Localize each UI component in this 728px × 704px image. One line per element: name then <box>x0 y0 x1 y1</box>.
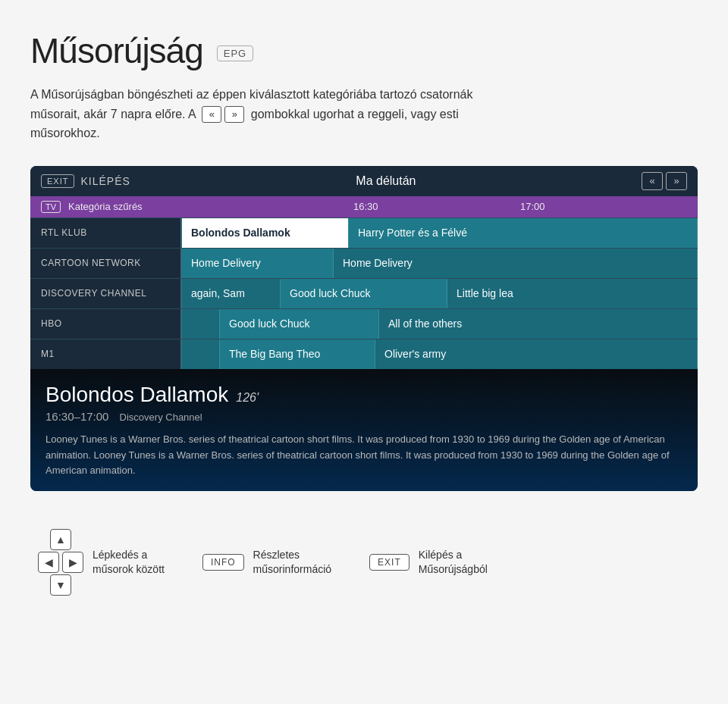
list-item[interactable]: Oliver's army <box>375 339 698 369</box>
epg-programs-m1: The Big Bang Theo Oliver's army <box>182 339 698 369</box>
table-row: HBO Good luck Chuck All of the others <box>30 308 698 339</box>
list-item[interactable]: again, Sam <box>182 279 281 308</box>
exit-button-area[interactable]: EXIT KILÉPÉS <box>41 174 130 188</box>
info-badge[interactable]: INFO <box>202 554 244 571</box>
up-arrow-icon[interactable]: ▲ <box>50 529 71 550</box>
kilépés-label: KILÉPÉS <box>80 175 130 187</box>
nav-item-info: INFO Részletes műsorinformáció <box>202 548 331 577</box>
nav-text-navigate: Lépkedés a műsorok között <box>93 548 165 577</box>
time-header-1630: 16:30 <box>353 201 520 212</box>
epg-detail: Bolondos Dallamok 126' 16:30–17:00 Disco… <box>30 369 698 491</box>
epg-programs-cartoon: Home Delivery Home Delivery <box>182 249 698 278</box>
epg-next-button[interactable]: » <box>666 172 687 190</box>
epg-nav-buttons: « » <box>642 172 687 190</box>
arrow-down-row: ▼ <box>50 574 71 596</box>
arrow-left-right-row: ◀ ▶ <box>38 552 83 573</box>
list-item[interactable]: Bolondos Dallamok <box>182 218 349 248</box>
table-row: CARTOON NETWORK Home Delivery Home Deliv… <box>30 248 698 278</box>
epg-prev-button[interactable]: « <box>642 172 663 190</box>
arrow-up-row: ▲ <box>50 529 71 550</box>
list-item[interactable]: Home Delivery <box>334 249 698 278</box>
epg-date: Ma délután <box>356 174 416 188</box>
filter-label: Kategória szűrés <box>68 201 143 212</box>
epg-programs-discovery: again, Sam Good luck Chuck Little big le… <box>182 279 698 308</box>
detail-duration: 126' <box>236 391 259 405</box>
table-row: RTL KLUB Bolondos Dallamok Harry Potter … <box>30 217 698 248</box>
list-item[interactable]: Harry Potter és a Félvé <box>349 218 698 248</box>
channel-name-m1: M1 <box>30 339 182 369</box>
epg-programs-rtl: Bolondos Dallamok Harry Potter és a Félv… <box>182 218 698 248</box>
epg-grid: RTL KLUB Bolondos Dallamok Harry Potter … <box>30 217 698 369</box>
exit-badge[interactable]: EXIT <box>369 554 410 571</box>
left-arrow-icon[interactable]: ◀ <box>38 552 59 573</box>
right-arrow-icon[interactable]: ▶ <box>62 552 83 573</box>
detail-description: Looney Tunes is a Warner Bros. series of… <box>46 432 682 479</box>
channel-name-hbo: HBO <box>30 309 182 339</box>
epg-programs-hbo: Good luck Chuck All of the others <box>182 309 698 339</box>
epg-filter-row: TV Kategória szűrés 16:30 17:00 <box>30 196 698 217</box>
time-headers: 16:30 17:00 <box>353 201 687 212</box>
nav-text-exit: Kilépés a Műsorújságból <box>419 548 488 577</box>
epg-topbar: EXIT KILÉPÉS Ma délután « » <box>30 166 698 196</box>
exit-box: EXIT <box>41 174 74 188</box>
arrow-icon-group: ▲ ◀ ▶ ▼ <box>38 529 83 596</box>
prev-btn-inline: « <box>202 106 221 123</box>
list-item[interactable]: The Big Bang Theo <box>220 339 375 369</box>
bottom-nav: ▲ ◀ ▶ ▼ Lépkedés a műsorok között INFO R… <box>30 521 698 596</box>
nav-item-exit: EXIT Kilépés a Műsorújságból <box>369 548 488 577</box>
description: A Műsorújságban böngészheti az éppen kiv… <box>30 85 690 143</box>
detail-time-channel: 16:30–17:00 Discovery Channel <box>46 410 682 423</box>
time-header-1700: 17:00 <box>520 201 687 212</box>
detail-title-row: Bolondos Dallamok 126' <box>46 383 682 407</box>
page-header: Műsorújság EPG <box>30 30 698 71</box>
tv-badge: TV <box>41 201 61 213</box>
epg-screen: EXIT KILÉPÉS Ma délután « » TV Kategória… <box>30 166 698 491</box>
table-row: M1 The Big Bang Theo Oliver's army <box>30 339 698 369</box>
list-item[interactable] <box>182 339 220 369</box>
nav-buttons-inline: « » <box>202 106 244 123</box>
detail-program-title: Bolondos Dallamok <box>46 383 228 407</box>
nav-item-arrows: ▲ ◀ ▶ ▼ Lépkedés a műsorok között <box>38 529 165 596</box>
channel-name-discovery: DISCOVERY CHANNEL <box>30 279 182 308</box>
page-title: Műsorújság <box>30 30 203 71</box>
nav-text-info: Részletes műsorinformáció <box>253 548 331 577</box>
channel-name-rtl: RTL KLUB <box>30 218 182 248</box>
detail-time: 16:30–17:00 <box>46 410 108 423</box>
channel-name-cartoon: CARTOON NETWORK <box>30 249 182 278</box>
detail-channel: Discovery Channel <box>120 411 202 423</box>
list-item[interactable]: All of the others <box>379 309 698 339</box>
table-row: DISCOVERY CHANNEL again, Sam Good luck C… <box>30 278 698 308</box>
list-item[interactable]: Good luck Chuck <box>220 309 379 339</box>
list-item[interactable] <box>182 309 220 339</box>
list-item[interactable]: Little big lea <box>447 279 698 308</box>
list-item[interactable]: Good luck Chuck <box>281 279 447 308</box>
epg-badge: EPG <box>217 45 253 61</box>
down-arrow-icon[interactable]: ▼ <box>50 574 71 596</box>
list-item[interactable]: Home Delivery <box>182 249 334 278</box>
next-btn-inline: » <box>224 106 244 123</box>
